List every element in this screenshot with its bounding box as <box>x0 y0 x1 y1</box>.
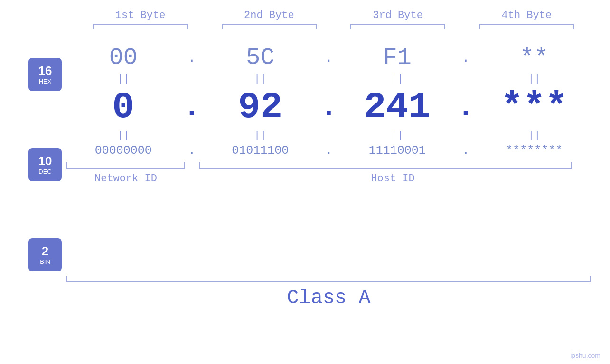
dot-dec-2: . <box>321 91 336 123</box>
class-section: Class A <box>0 276 610 309</box>
byte3-header: 3rd Byte <box>346 9 450 21</box>
hex-byte3: F1 <box>345 44 450 72</box>
bin-byte3: 11110001 <box>345 143 450 158</box>
equals-row-1: || || || || <box>66 73 591 84</box>
dec-byte3: 241 <box>345 85 450 129</box>
dec-byte1: 0 <box>71 85 176 129</box>
main-container: 1st Byte 2nd Byte 3rd Byte 4th Byte 16 H… <box>0 0 610 364</box>
dot-dec-1: . <box>185 91 199 123</box>
equals-1-b3: || <box>345 73 450 84</box>
bracket-top-1 <box>93 24 188 29</box>
hex-badge: 16 HEX <box>28 58 62 91</box>
equals-2-b1: || <box>71 130 176 141</box>
dot-dec-3: . <box>459 91 473 123</box>
equals-1-b1: || <box>71 73 176 84</box>
bin-badge: 2 BIN <box>28 238 62 271</box>
hex-badge-label: HEX <box>39 78 52 85</box>
hex-byte4: ** <box>482 44 586 72</box>
dot-hex-1: . <box>185 50 199 66</box>
labels-row: Network ID Host ID <box>66 173 572 185</box>
hex-byte1: 00 <box>71 44 176 72</box>
watermark: ipshu.com <box>570 352 601 359</box>
hex-byte2: 5C <box>208 44 312 72</box>
equals-2-b4: || <box>482 130 586 141</box>
host-id-label: Host ID <box>214 173 572 185</box>
dec-badge-number: 10 <box>38 154 52 168</box>
dot-hex-3: . <box>459 50 473 66</box>
bin-byte1: 00000000 <box>71 143 176 158</box>
equals-2-b2: || <box>208 130 312 141</box>
dot-bin-3: . <box>459 142 473 159</box>
dec-row: 0 . 92 . 241 . *** <box>66 85 591 129</box>
byte4-header: 4th Byte <box>474 9 579 21</box>
dot-bin-2: . <box>321 142 336 159</box>
hex-row: 00 . 5C . F1 . ** <box>66 44 591 72</box>
bin-row: 00000000 . 01011100 . 11110001 . *******… <box>66 142 591 159</box>
equals-1-b4: || <box>482 73 586 84</box>
values-grid: 00 . 5C . F1 . ** || <box>66 39 610 271</box>
bracket-top-3 <box>350 24 445 29</box>
badges-column: 16 HEX 10 DEC 2 BIN <box>0 39 66 271</box>
bottom-section: Network ID Host ID <box>66 162 591 185</box>
equals-row-2: || || || || <box>66 130 591 141</box>
equals-1-b2: || <box>208 73 312 84</box>
bracket-top-2 <box>222 24 317 29</box>
main-content: 16 HEX 10 DEC 2 BIN 00 . 5C <box>0 39 610 271</box>
dot-hex-2: . <box>321 50 336 66</box>
equals-2-b3: || <box>345 130 450 141</box>
bin-byte2: 01011100 <box>208 143 312 158</box>
bottom-brackets-row <box>66 162 572 169</box>
top-brackets <box>0 24 610 29</box>
dec-badge: 10 DEC <box>28 148 62 181</box>
byte-headers: 1st Byte 2nd Byte 3rd Byte 4th Byte <box>0 9 610 21</box>
class-bracket <box>66 276 591 282</box>
bin-badge-label: BIN <box>40 258 50 265</box>
dot-bin-1: . <box>185 142 199 159</box>
network-id-label: Network ID <box>66 173 185 185</box>
bin-badge-number: 2 <box>42 244 48 258</box>
dec-badge-label: DEC <box>38 168 51 175</box>
bracket-top-4 <box>479 24 574 29</box>
byte1-header: 1st Byte <box>88 9 193 21</box>
dec-byte2: 92 <box>208 85 312 129</box>
hex-badge-number: 16 <box>38 64 52 78</box>
class-label: Class A <box>66 287 591 309</box>
byte2-header: 2nd Byte <box>217 9 321 21</box>
bin-byte4: ******** <box>482 143 586 158</box>
bracket-bottom-host <box>199 162 572 169</box>
bracket-bottom-network <box>66 162 185 169</box>
dec-byte4: *** <box>482 85 586 129</box>
